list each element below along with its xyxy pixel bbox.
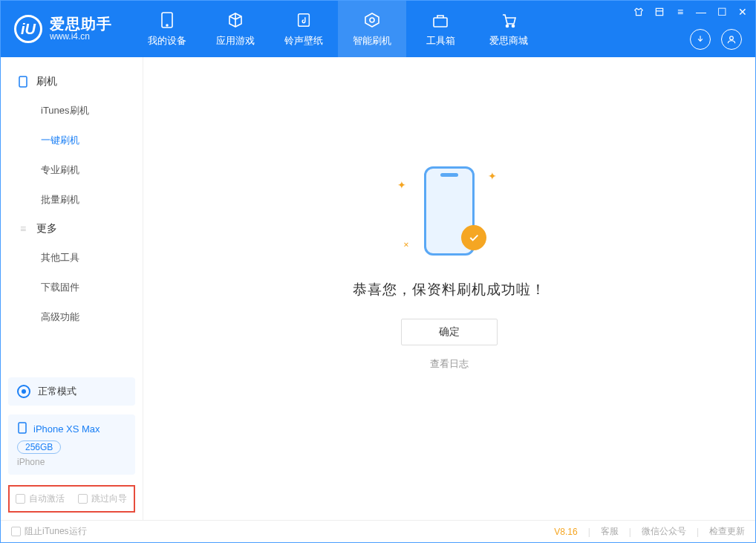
svg-rect-6 <box>656 8 662 15</box>
checkbox-icon <box>11 527 21 536</box>
mode-label: 正常模式 <box>38 385 76 398</box>
device-type: iPhone <box>17 457 126 467</box>
success-illustration: ✦ ✦ + <box>382 163 516 259</box>
tab-label: 应用游戏 <box>216 34 255 48</box>
tab-label: 智能刷机 <box>353 34 391 48</box>
sidebar-item-itunes[interactable]: iTunes刷机 <box>1 96 143 126</box>
sparkle-icon: + <box>400 238 413 250</box>
checkbox-skip-wizard[interactable]: 跳过向导 <box>78 492 127 505</box>
checkbox-icon <box>78 494 88 504</box>
checkbox-icon <box>16 494 25 504</box>
device-capacity: 256GB <box>17 440 61 454</box>
tab-flash[interactable]: 智能刷机 <box>338 1 406 57</box>
window-controls: ≡ — ☐ ✕ <box>632 5 749 19</box>
body: 刷机 iTunes刷机 一键刷机 专业刷机 批量刷机 ≡ 更多 其他工具 下载固… <box>1 57 755 520</box>
footer-left: 阻止iTunes运行 <box>11 525 87 538</box>
music-icon <box>294 10 313 30</box>
device-phone-icon <box>17 422 27 436</box>
header: iU 爱思助手 www.i4.cn 我的设备 应用游戏 铃声壁纸 智能刷机 工具… <box>1 1 755 57</box>
logo-icon: iU <box>14 15 42 43</box>
section-title: 刷机 <box>36 75 57 88</box>
version-label: V8.16 <box>554 527 577 537</box>
user-icon[interactable] <box>721 29 742 50</box>
device-icon <box>157 10 177 30</box>
svg-rect-10 <box>19 423 26 433</box>
download-icon[interactable] <box>690 29 711 50</box>
support-link[interactable]: 客服 <box>601 525 619 538</box>
checkbox-label: 阻止iTunes运行 <box>25 525 87 538</box>
check-badge-icon <box>461 225 486 250</box>
footer-right: V8.16 | 客服 | 微信公众号 | 检查更新 <box>554 525 745 538</box>
ok-button[interactable]: 确定 <box>401 319 498 345</box>
sidebar-section-more: ≡ 更多 <box>1 215 143 243</box>
refresh-icon <box>362 10 382 30</box>
tab-ringtones[interactable]: 铃声壁纸 <box>270 1 338 57</box>
sparkle-icon: ✦ <box>488 170 497 182</box>
svg-rect-3 <box>434 18 447 27</box>
sidebar-item-oneclick[interactable]: 一键刷机 <box>1 126 143 155</box>
tab-label: 工具箱 <box>426 34 455 48</box>
maximize-button[interactable]: ☐ <box>715 5 729 19</box>
app-name: 爱思助手 <box>50 16 112 32</box>
tab-apps[interactable]: 应用游戏 <box>201 1 270 57</box>
footer: 阻止iTunes运行 V8.16 | 客服 | 微信公众号 | 检查更新 <box>1 520 755 542</box>
success-message: 恭喜您，保资料刷机成功啦！ <box>353 280 546 299</box>
mode-box[interactable]: 正常模式 <box>8 377 135 406</box>
checkbox-label: 跳过向导 <box>91 492 127 505</box>
view-log-link[interactable]: 查看日志 <box>430 357 469 371</box>
menu-icon[interactable]: ≡ <box>674 5 687 19</box>
checkbox-stop-itunes[interactable]: 阻止iTunes运行 <box>11 525 87 538</box>
tab-label: 铃声壁纸 <box>284 34 323 48</box>
sidebar-item-other[interactable]: 其他工具 <box>1 243 143 273</box>
minimize-button[interactable]: — <box>694 5 708 19</box>
app-url: www.i4.cn <box>50 32 112 42</box>
phone-icon <box>17 76 29 88</box>
sidebar-item-pro[interactable]: 专业刷机 <box>1 155 143 185</box>
close-button[interactable]: ✕ <box>736 5 749 19</box>
tab-label: 我的设备 <box>148 34 186 48</box>
sidebar-section-flash: 刷机 <box>1 68 143 96</box>
cube-icon <box>226 10 245 30</box>
main-content: ✦ ✦ + 恭喜您，保资料刷机成功啦！ 确定 查看日志 <box>143 57 755 520</box>
svg-point-5 <box>512 25 515 27</box>
checkbox-label: 自动激活 <box>29 492 65 505</box>
options-highlight: 自动激活 跳过向导 <box>8 485 135 513</box>
sidebar: 刷机 iTunes刷机 一键刷机 专业刷机 批量刷机 ≡ 更多 其他工具 下载固… <box>1 57 143 520</box>
sidebar-item-firmware[interactable]: 下载固件 <box>1 273 143 302</box>
svg-rect-9 <box>19 77 27 87</box>
logo-text: 爱思助手 www.i4.cn <box>50 16 112 42</box>
device-box[interactable]: iPhone XS Max 256GB iPhone <box>8 414 135 475</box>
tab-my-device[interactable]: 我的设备 <box>133 1 201 57</box>
tab-label: 爱思商城 <box>489 34 528 48</box>
update-link[interactable]: 检查更新 <box>709 525 745 538</box>
tab-toolbox[interactable]: 工具箱 <box>406 1 475 57</box>
sidebar-item-batch[interactable]: 批量刷机 <box>1 185 143 215</box>
tab-store[interactable]: 爱思商城 <box>475 1 543 57</box>
checkbox-auto-activate[interactable]: 自动激活 <box>16 492 65 505</box>
sidebar-item-advanced[interactable]: 高级功能 <box>1 302 143 332</box>
sparkle-icon: ✦ <box>397 179 406 191</box>
svg-point-1 <box>166 25 168 26</box>
section-title: 更多 <box>36 222 57 235</box>
wechat-link[interactable]: 微信公众号 <box>642 525 686 538</box>
cart-icon <box>499 10 518 30</box>
logo: iU 爱思助手 www.i4.cn <box>1 1 126 57</box>
svg-point-4 <box>506 25 509 27</box>
header-actions <box>690 29 742 50</box>
list-icon[interactable] <box>653 5 666 19</box>
more-icon: ≡ <box>17 223 29 235</box>
toolbox-icon <box>431 10 450 30</box>
device-name: iPhone XS Max <box>33 423 100 435</box>
svg-point-8 <box>730 36 734 40</box>
shirt-icon[interactable] <box>632 5 645 19</box>
mode-icon <box>17 385 30 398</box>
